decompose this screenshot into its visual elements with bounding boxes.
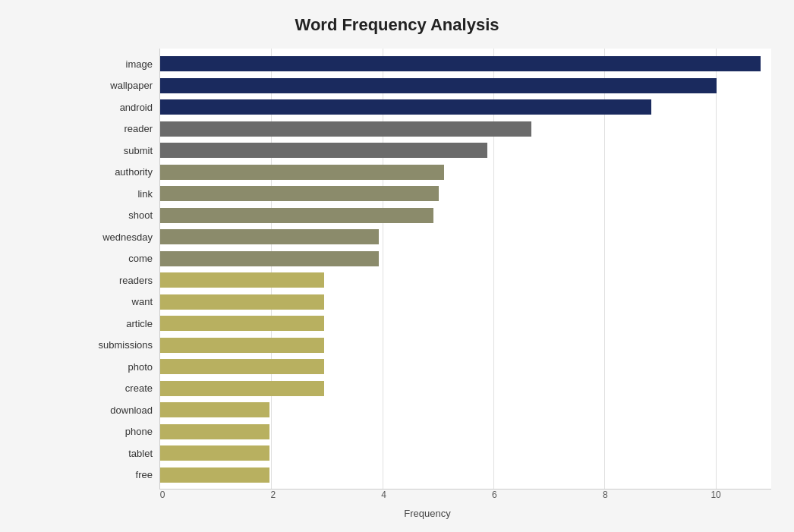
bar-fill: [160, 402, 269, 417]
bar-fill: [160, 424, 269, 439]
bar-label: readers: [84, 275, 160, 286]
y-labels: [83, 49, 159, 490]
chart-title: Word Frequency Analysis: [23, 15, 771, 35]
x-tick: 2: [270, 490, 276, 500]
bar-fill: [160, 272, 324, 288]
bar-fill: [160, 316, 324, 331]
bar-fill: [160, 445, 269, 461]
bar-row: submissions: [163, 335, 764, 357]
chart-container: Word Frequency Analysis imagewallpaperan…: [0, 0, 794, 532]
bar-fill: [160, 467, 269, 483]
bars-area: imagewallpaperandroidreadersubmitauthori…: [159, 49, 771, 490]
bar-label: come: [84, 253, 160, 264]
bar-label: android: [84, 102, 160, 113]
bar-row: image: [163, 53, 764, 75]
bar-label: phone: [84, 426, 160, 437]
bar-row: create: [163, 378, 764, 400]
bar-row: link: [163, 183, 764, 205]
bar-label: wallpaper: [84, 80, 160, 91]
bar-fill: [160, 186, 439, 201]
bar-label: download: [84, 405, 160, 416]
x-tick: 4: [381, 490, 386, 500]
bar-row: submit: [163, 140, 764, 162]
x-tick: 8: [603, 490, 608, 500]
bar-row: wednesday: [163, 226, 764, 248]
bar-fill: [160, 251, 379, 266]
bar-row: authority: [163, 162, 764, 184]
bar-fill: [160, 121, 531, 137]
bar-fill: [160, 294, 324, 310]
bars-container: imagewallpaperandroidreadersubmitauthori…: [163, 53, 764, 486]
bar-row: article: [163, 313, 764, 335]
bar-fill: [160, 359, 324, 374]
bar-label: shoot: [84, 209, 160, 221]
x-axis-label: Frequency: [83, 508, 771, 519]
bar-row: wallpaper: [163, 75, 764, 97]
bar-fill: [160, 208, 433, 223]
bar-fill: [160, 56, 761, 71]
bar-row: free: [163, 464, 764, 486]
bar-label: link: [84, 188, 160, 200]
bar-label: want: [84, 296, 160, 307]
x-tick: 10: [711, 490, 720, 500]
bar-label: authority: [84, 166, 160, 178]
bar-label: wednesday: [84, 231, 160, 243]
bar-row: want: [163, 291, 764, 313]
bar-fill: [160, 99, 651, 115]
x-ticks: 0246810: [162, 490, 771, 505]
bar-row: tablet: [163, 442, 764, 464]
bar-label: free: [84, 469, 160, 480]
bar-row: reader: [163, 118, 764, 140]
bar-label: submit: [84, 145, 160, 156]
bar-fill: [160, 229, 379, 244]
bar-label: photo: [84, 361, 160, 373]
bar-label: article: [84, 318, 160, 329]
bar-fill: [160, 143, 487, 158]
bar-row: shoot: [163, 205, 764, 227]
bar-fill: [160, 381, 324, 396]
bar-row: photo: [163, 356, 764, 378]
bar-label: reader: [84, 123, 160, 134]
x-tick: 6: [492, 490, 497, 500]
bar-row: readers: [163, 269, 764, 291]
bar-fill: [160, 338, 324, 353]
bar-row: phone: [163, 421, 764, 443]
bar-row: come: [163, 248, 764, 270]
bar-row: download: [163, 399, 764, 421]
bar-row: android: [163, 96, 764, 118]
x-tick: 0: [160, 490, 165, 500]
bar-fill: [160, 78, 717, 93]
bar-label: tablet: [84, 448, 160, 459]
bar-label: create: [84, 382, 160, 394]
bar-label: image: [84, 58, 160, 70]
bar-fill: [160, 165, 444, 180]
bar-label: submissions: [84, 339, 160, 351]
